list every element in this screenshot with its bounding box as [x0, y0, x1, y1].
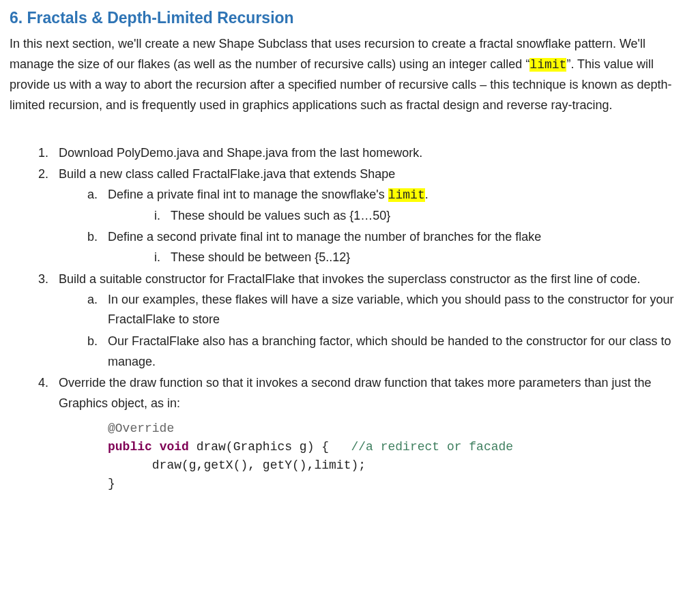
code-close: }: [108, 477, 115, 490]
code-body: draw(g,getX(), getY(),limit);: [108, 458, 366, 472]
step-4: Override the draw function so that it in…: [52, 373, 688, 493]
step-3-text: Build a suitable constructor for Fractal…: [59, 272, 640, 286]
step-2b: Define a second private final int to man…: [101, 227, 688, 267]
step-1: Download PolyDemo.java and Shape.java fr…: [52, 143, 688, 164]
step-2-sublist: Define a private final int to manage the…: [59, 185, 688, 268]
step-2b-i: These should be between {5..12}: [164, 248, 688, 268]
code-signature: draw(Graphics g) {: [189, 440, 351, 454]
step-2a-limit-highlight: limit: [388, 188, 425, 202]
intro-paragraph: In this next section, we'll create a new…: [10, 34, 688, 116]
steps-list: Download PolyDemo.java and Shape.java fr…: [10, 143, 688, 493]
step-2b-text: Define a second private final int to man…: [108, 230, 541, 244]
section-heading: 6. Fractals & Depth-Limited Recursion: [10, 5, 688, 31]
step-2b-sublist: These should be between {5..12}: [108, 248, 688, 268]
code-annotation: @Override: [108, 422, 174, 435]
step-3: Build a suitable constructor for Fractal…: [52, 269, 688, 372]
step-2a-i: These should be values such as {1…50}: [164, 206, 688, 226]
step-2-text: Build a new class called FractalFlake.ja…: [59, 167, 395, 181]
step-3b: Our FractalFlake also has a branching fa…: [101, 332, 688, 372]
step-2: Build a new class called FractalFlake.ja…: [52, 164, 688, 267]
step-2a-pre: Define a private final int to manage the…: [108, 188, 388, 201]
step-3-sublist: In our examples, these flakes will have …: [59, 290, 688, 372]
code-keyword-public: public: [108, 440, 152, 454]
step-2a-sublist: These should be values such as {1…50}: [108, 206, 688, 226]
step-2a-post: .: [425, 188, 428, 201]
code-comment: //a redirect or facade: [351, 440, 513, 454]
code-block: @Override public void draw(Graphics g) {…: [108, 420, 688, 493]
step-3a: In our examples, these flakes will have …: [101, 290, 688, 330]
code-keyword-void: void: [160, 440, 189, 454]
step-4-text: Override the draw function so that it in…: [59, 376, 651, 410]
intro-limit-highlight: limit: [529, 58, 566, 72]
step-2a: Define a private final int to manage the…: [101, 185, 688, 226]
